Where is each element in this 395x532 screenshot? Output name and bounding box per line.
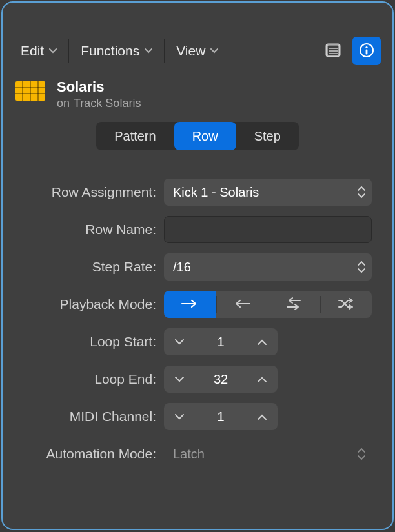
value: /16 bbox=[173, 260, 191, 275]
arrows-left-right-icon bbox=[285, 297, 303, 312]
arrow-left-icon bbox=[233, 299, 251, 311]
svg-point-5 bbox=[360, 44, 373, 57]
value[interactable]: 32 bbox=[195, 372, 247, 387]
svg-rect-0 bbox=[327, 44, 340, 56]
playback-backward-button[interactable] bbox=[216, 291, 268, 318]
arrow-right-icon bbox=[181, 299, 199, 311]
label: Automation Mode: bbox=[14, 446, 156, 462]
info-icon bbox=[359, 43, 374, 60]
value[interactable]: 1 bbox=[195, 409, 247, 424]
playback-random-button[interactable] bbox=[320, 291, 372, 318]
field-loop-start: Loop Start: 1 bbox=[14, 328, 374, 355]
field-midi-channel: MIDI Channel: 1 bbox=[14, 403, 374, 430]
separator bbox=[164, 39, 165, 63]
decrement-button[interactable] bbox=[164, 366, 195, 393]
toolbar: Edit Functions View bbox=[3, 28, 392, 74]
value: Latch bbox=[173, 447, 205, 462]
decrement-button[interactable] bbox=[164, 328, 195, 355]
functions-label: Functions bbox=[81, 43, 139, 59]
field-row-name: Row Name: bbox=[14, 216, 374, 243]
inspector-body: Row Assignment: Kick 1 - Solaris Row Nam… bbox=[3, 162, 392, 468]
view-label: View bbox=[176, 43, 205, 59]
chevron-up-icon bbox=[258, 412, 267, 422]
region-header: Solaris on Track Solaris bbox=[3, 74, 392, 117]
tab-step[interactable]: Step bbox=[236, 122, 299, 150]
functions-menu[interactable]: Functions bbox=[74, 39, 159, 63]
edit-label: Edit bbox=[21, 43, 44, 59]
value: Kick 1 - Solaris bbox=[173, 185, 259, 200]
svg-rect-7 bbox=[366, 49, 368, 54]
scope-segmented-control: Pattern Row Step bbox=[96, 122, 299, 150]
chevron-down-icon bbox=[175, 412, 184, 422]
label: Row Assignment: bbox=[14, 184, 156, 200]
step-rate-select[interactable]: /16 bbox=[164, 253, 372, 281]
updown-icon bbox=[358, 186, 365, 198]
label: Loop End: bbox=[14, 371, 156, 387]
label: MIDI Channel: bbox=[14, 409, 156, 424]
increment-button[interactable] bbox=[247, 328, 278, 355]
inspector-window: Edit Functions View bbox=[1, 1, 394, 530]
playback-forward-button[interactable] bbox=[164, 291, 216, 318]
increment-button[interactable] bbox=[247, 403, 278, 430]
shuffle-icon bbox=[337, 297, 355, 312]
value[interactable]: 1 bbox=[195, 335, 247, 350]
field-automation-mode: Automation Mode: Latch bbox=[14, 440, 374, 468]
tab-row: Pattern Row Step bbox=[3, 117, 392, 162]
region-title: Solaris bbox=[57, 79, 141, 95]
label: Playback Mode: bbox=[14, 297, 156, 312]
chevron-down-icon bbox=[49, 48, 57, 54]
tab-pattern[interactable]: Pattern bbox=[96, 122, 174, 150]
label: Row Name: bbox=[14, 222, 156, 237]
svg-point-6 bbox=[365, 46, 367, 48]
updown-icon bbox=[358, 448, 365, 460]
subtitle-track: Track Solaris bbox=[74, 97, 141, 110]
chevron-up-icon bbox=[258, 337, 267, 347]
playback-mode-segmented bbox=[164, 291, 372, 318]
midi-channel-stepper: 1 bbox=[164, 403, 278, 430]
loop-start-stepper: 1 bbox=[164, 328, 278, 355]
chevron-down-icon bbox=[210, 48, 218, 54]
field-row-assignment: Row Assignment: Kick 1 - Solaris bbox=[14, 179, 374, 206]
subtitle-prefix: on bbox=[57, 97, 70, 110]
row-name-input[interactable] bbox=[164, 216, 372, 243]
playback-pingpong-button[interactable] bbox=[268, 291, 320, 318]
loop-end-stepper: 32 bbox=[164, 366, 278, 393]
row-assignment-select[interactable]: Kick 1 - Solaris bbox=[164, 179, 372, 206]
chevron-up-icon bbox=[258, 375, 267, 384]
separator bbox=[68, 39, 69, 63]
label: Loop Start: bbox=[14, 334, 156, 350]
tab-row[interactable]: Row bbox=[174, 122, 236, 150]
chevron-down-icon bbox=[145, 48, 152, 54]
chevron-down-icon bbox=[175, 375, 184, 384]
list-icon bbox=[325, 43, 341, 59]
chevron-down-icon bbox=[175, 337, 184, 347]
field-loop-end: Loop End: 32 bbox=[14, 366, 374, 393]
edit-menu[interactable]: Edit bbox=[14, 39, 63, 63]
field-playback-mode: Playback Mode: bbox=[14, 291, 374, 318]
info-button[interactable] bbox=[352, 37, 381, 65]
increment-button[interactable] bbox=[247, 366, 278, 393]
list-button[interactable] bbox=[319, 37, 347, 65]
decrement-button[interactable] bbox=[164, 403, 195, 430]
region-icon bbox=[15, 81, 45, 101]
automation-mode-select[interactable]: Latch bbox=[164, 440, 372, 468]
field-step-rate: Step Rate: /16 bbox=[14, 253, 374, 281]
updown-icon bbox=[358, 261, 365, 273]
view-menu[interactable]: View bbox=[170, 39, 225, 63]
svg-rect-1 bbox=[327, 45, 339, 55]
label: Step Rate: bbox=[14, 259, 156, 275]
